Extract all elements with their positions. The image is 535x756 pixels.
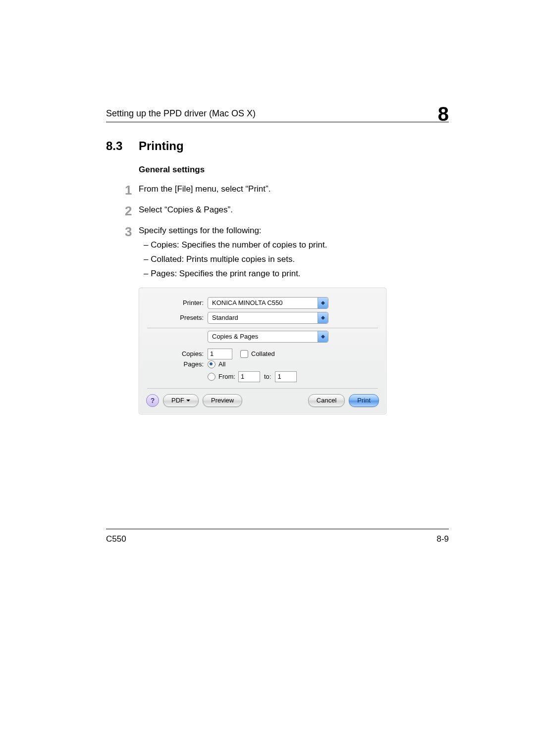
pages-all-label: All bbox=[218, 360, 225, 368]
chevron-updown-icon bbox=[318, 331, 328, 342]
copies-label: Copies: bbox=[169, 350, 204, 357]
collated-checkbox[interactable] bbox=[240, 350, 248, 358]
printer-label: Printer: bbox=[169, 299, 204, 306]
step-sub: – Pages: Specifies the print range to pr… bbox=[152, 268, 449, 280]
printer-value: KONICA MINOLTA C550 bbox=[212, 299, 283, 306]
pane-value: Copies & Pages bbox=[212, 333, 258, 340]
section-number: 8.3 bbox=[106, 139, 139, 153]
pages-all-radio[interactable] bbox=[208, 360, 215, 368]
presets-select[interactable]: Standard bbox=[208, 312, 328, 324]
footer-rule bbox=[106, 529, 449, 529]
footer-page: 8-9 bbox=[436, 534, 449, 544]
page-footer: C550 8-9 bbox=[106, 529, 449, 544]
step-number: 2 bbox=[125, 204, 139, 217]
collated-label: Collated bbox=[251, 350, 275, 357]
from-input[interactable]: 1 bbox=[238, 371, 260, 382]
footer-model: C550 bbox=[106, 534, 126, 544]
pages-range-radio[interactable] bbox=[208, 373, 215, 381]
to-input[interactable]: 1 bbox=[275, 371, 297, 382]
step-sub: – Collated: Prints multiple copies in se… bbox=[152, 254, 449, 265]
step-number: 3 bbox=[125, 225, 139, 238]
running-header: Setting up the PPD driver (Mac OS X) 8 bbox=[106, 99, 449, 122]
pages-label: Pages: bbox=[169, 360, 204, 368]
section-heading: 8.3 Printing bbox=[106, 139, 449, 153]
divider bbox=[147, 388, 378, 389]
divider bbox=[147, 328, 378, 328]
running-head-text: Setting up the PPD driver (Mac OS X) bbox=[106, 108, 256, 119]
step-item: 3 Specify settings for the following: – … bbox=[125, 225, 449, 280]
step-sub: – Copies: Specifies the number of copies… bbox=[152, 240, 449, 251]
chapter-number: 8 bbox=[438, 104, 449, 124]
copies-input[interactable]: 1 bbox=[208, 349, 232, 359]
step-item: 2 Select “Copies & Pages”. bbox=[125, 204, 449, 217]
presets-label: Presets: bbox=[169, 314, 204, 321]
step-text: From the [File] menu, select “Print”. bbox=[139, 184, 449, 195]
step-number: 1 bbox=[125, 184, 139, 197]
page-content: Setting up the PPD driver (Mac OS X) 8 8… bbox=[106, 99, 449, 414]
chevron-updown-icon bbox=[318, 298, 328, 308]
subsection-title: General settings bbox=[139, 165, 449, 175]
printer-select[interactable]: KONICA MINOLTA C550 bbox=[208, 297, 328, 309]
section-title: Printing bbox=[139, 139, 184, 153]
presets-value: Standard bbox=[212, 314, 238, 321]
cancel-button[interactable]: Cancel bbox=[308, 394, 345, 407]
chevron-down-icon bbox=[186, 400, 190, 403]
step-lead: Specify settings for the following: bbox=[139, 226, 262, 235]
pdf-menu-button[interactable]: PDF bbox=[163, 394, 199, 407]
print-button[interactable]: Print bbox=[349, 394, 379, 407]
step-text: Select “Copies & Pages”. bbox=[139, 204, 449, 216]
pane-select[interactable]: Copies & Pages bbox=[208, 331, 328, 343]
step-text: Specify settings for the following: – Co… bbox=[139, 225, 449, 280]
preview-button[interactable]: Preview bbox=[203, 394, 242, 407]
step-list: 1 From the [File] menu, select “Print”. … bbox=[125, 184, 449, 280]
step-item: 1 From the [File] menu, select “Print”. bbox=[125, 184, 449, 197]
to-label: to: bbox=[264, 373, 271, 380]
help-button[interactable]: ? bbox=[146, 394, 159, 407]
print-dialog: Printer: KONICA MINOLTA C550 Presets: St… bbox=[139, 288, 386, 414]
chevron-updown-icon bbox=[318, 312, 328, 323]
from-label: From: bbox=[218, 373, 235, 380]
